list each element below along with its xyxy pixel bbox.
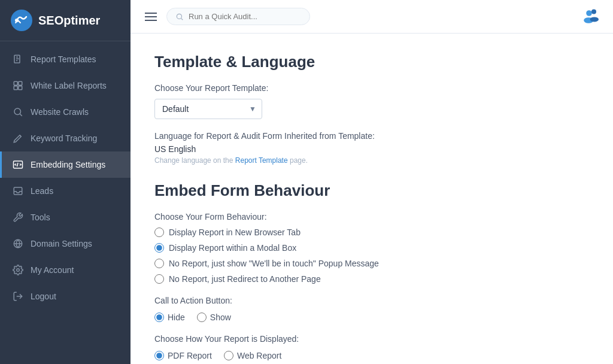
display-label: Choose How Your Report is Displayed: bbox=[154, 334, 589, 344]
sidebar: SEOptimer Report Templates White Label R… bbox=[0, 0, 131, 364]
search-circle-icon bbox=[13, 107, 23, 117]
lang-hint-prefix: Change language on the bbox=[154, 156, 235, 165]
nav-label-tools: Tools bbox=[31, 213, 50, 222]
sidebar-item-my-account[interactable]: My Account bbox=[0, 257, 131, 283]
svg-point-12 bbox=[177, 14, 181, 19]
file-icon bbox=[13, 54, 23, 65]
behaviour-radio-no-report-popup[interactable] bbox=[154, 259, 164, 268]
cta-option-show[interactable]: Show bbox=[197, 313, 231, 322]
nav-label-logout: Logout bbox=[31, 292, 56, 301]
sidebar-item-white-label-reports[interactable]: White Label Reports bbox=[0, 72, 131, 99]
topbar-right bbox=[582, 6, 601, 28]
svg-point-11 bbox=[17, 269, 20, 272]
svg-point-7 bbox=[14, 108, 21, 115]
svg-point-16 bbox=[590, 17, 599, 22]
nav-label-my-account: My Account bbox=[31, 265, 74, 275]
display-label-web: Web Report bbox=[237, 351, 281, 360]
tools-icon bbox=[13, 212, 23, 223]
nav-label-leads: Leads bbox=[31, 186, 53, 196]
gear-icon bbox=[13, 265, 23, 275]
svg-rect-3 bbox=[14, 81, 17, 85]
display-option-pdf[interactable]: PDF Report bbox=[154, 351, 212, 360]
display-label-pdf: PDF Report bbox=[168, 351, 212, 360]
svg-point-14 bbox=[591, 9, 596, 14]
choose-template-label: Choose Your Report Template: bbox=[154, 83, 589, 93]
behaviour-label-no-report-redirect: No Report, just Redirect to Another Page bbox=[169, 274, 321, 284]
nav-label-white-label-reports: White Label Reports bbox=[31, 81, 107, 90]
tag-icon bbox=[13, 80, 23, 91]
cta-radio-show[interactable] bbox=[197, 313, 207, 322]
main-area: Template & Language Choose Your Report T… bbox=[131, 0, 613, 364]
sidebar-item-tools[interactable]: Tools bbox=[0, 204, 131, 230]
template-select-wrapper: Default Template 1 Template 2 ▼ bbox=[154, 99, 262, 119]
svg-rect-6 bbox=[19, 86, 22, 90]
svg-rect-4 bbox=[19, 81, 22, 85]
behaviour-option-no-report-popup[interactable]: No Report, just show "We'll be in touch"… bbox=[154, 259, 589, 268]
lang-hint-suffix: page. bbox=[288, 156, 308, 165]
svg-point-13 bbox=[586, 10, 592, 16]
sidebar-item-keyword-tracking[interactable]: Keyword Tracking bbox=[0, 125, 131, 151]
behaviour-option-new-tab[interactable]: Display Report in New Browser Tab bbox=[154, 228, 589, 237]
seoptimer-logo-icon bbox=[11, 10, 32, 31]
behaviour-label-no-report-popup: No Report, just show "We'll be in touch"… bbox=[169, 259, 379, 268]
choose-behaviour-label: Choose Your Form Behaviour: bbox=[154, 212, 589, 222]
user-icon[interactable] bbox=[582, 6, 601, 25]
language-section: Language for Report & Audit Form Inherit… bbox=[154, 131, 589, 165]
template-language-title: Template & Language bbox=[154, 53, 589, 71]
sidebar-item-domain-settings[interactable]: Domain Settings bbox=[0, 230, 131, 257]
nav-label-embedding-settings: Embedding Settings bbox=[31, 160, 105, 169]
report-template-link[interactable]: Report Template bbox=[235, 156, 288, 165]
sidebar-item-leads[interactable]: Leads bbox=[0, 178, 131, 204]
search-input[interactable] bbox=[189, 12, 284, 21]
lang-hint: Change language on the Report Template p… bbox=[154, 156, 589, 165]
nav-label-keyword-tracking: Keyword Tracking bbox=[31, 134, 97, 143]
sidebar-item-report-templates[interactable]: Report Templates bbox=[0, 46, 131, 72]
display-options-row: PDF Report Web Report bbox=[154, 351, 589, 360]
behaviour-label-new-tab: Display Report in New Browser Tab bbox=[169, 228, 301, 237]
lang-value: US English bbox=[154, 144, 589, 154]
hamburger-line-3 bbox=[145, 20, 157, 21]
nav-label-report-templates: Report Templates bbox=[31, 54, 96, 64]
sidebar-item-logout[interactable]: Logout bbox=[0, 283, 131, 310]
embed-form-title: Embed Form Behaviour bbox=[154, 181, 589, 200]
sidebar-item-embedding-settings[interactable]: Embedding Settings bbox=[0, 151, 131, 178]
search-bar bbox=[166, 8, 310, 25]
hamburger-line-1 bbox=[145, 13, 157, 14]
behaviour-radio-modal[interactable] bbox=[154, 243, 164, 253]
sidebar-logo: SEOptimer bbox=[0, 0, 131, 41]
cta-label-hide: Hide bbox=[168, 313, 185, 322]
embed-icon bbox=[13, 159, 23, 170]
svg-rect-5 bbox=[14, 86, 17, 90]
behaviour-radio-new-tab[interactable] bbox=[154, 228, 164, 237]
lang-inherited-label: Language for Report & Audit Form Inherit… bbox=[154, 131, 589, 141]
pen-icon bbox=[13, 133, 23, 144]
hamburger-button[interactable] bbox=[142, 10, 159, 23]
logo-text: SEOptimer bbox=[38, 14, 100, 28]
behaviour-option-modal[interactable]: Display Report within a Modal Box bbox=[154, 243, 589, 253]
display-radio-pdf[interactable] bbox=[154, 351, 164, 360]
display-option-web[interactable]: Web Report bbox=[224, 351, 281, 360]
cta-radio-hide[interactable] bbox=[154, 313, 164, 322]
content-area: Template & Language Choose Your Report T… bbox=[131, 34, 613, 364]
behaviour-radio-no-report-redirect[interactable] bbox=[154, 274, 164, 284]
cta-options-row: Hide Show bbox=[154, 313, 589, 322]
behaviour-label-modal: Display Report within a Modal Box bbox=[169, 243, 296, 253]
behaviour-option-no-report-redirect[interactable]: No Report, just Redirect to Another Page bbox=[154, 274, 589, 284]
nav-label-website-crawls: Website Crawls bbox=[31, 107, 89, 117]
svg-point-0 bbox=[11, 10, 32, 31]
sidebar-nav: Report Templates White Label Reports Web… bbox=[0, 41, 131, 314]
cta-label-show: Show bbox=[210, 313, 231, 322]
template-select[interactable]: Default Template 1 Template 2 bbox=[154, 99, 262, 119]
globe-icon bbox=[13, 238, 23, 249]
topbar bbox=[131, 0, 613, 34]
display-radio-web[interactable] bbox=[224, 351, 233, 360]
inbox-icon bbox=[13, 186, 23, 196]
nav-label-domain-settings: Domain Settings bbox=[31, 239, 92, 248]
search-icon bbox=[175, 13, 184, 21]
cta-label: Call to Action Button: bbox=[154, 296, 589, 305]
cta-option-hide[interactable]: Hide bbox=[154, 313, 185, 322]
logout-icon bbox=[13, 291, 23, 302]
hamburger-line-2 bbox=[145, 16, 157, 17]
sidebar-item-website-crawls[interactable]: Website Crawls bbox=[0, 99, 131, 125]
